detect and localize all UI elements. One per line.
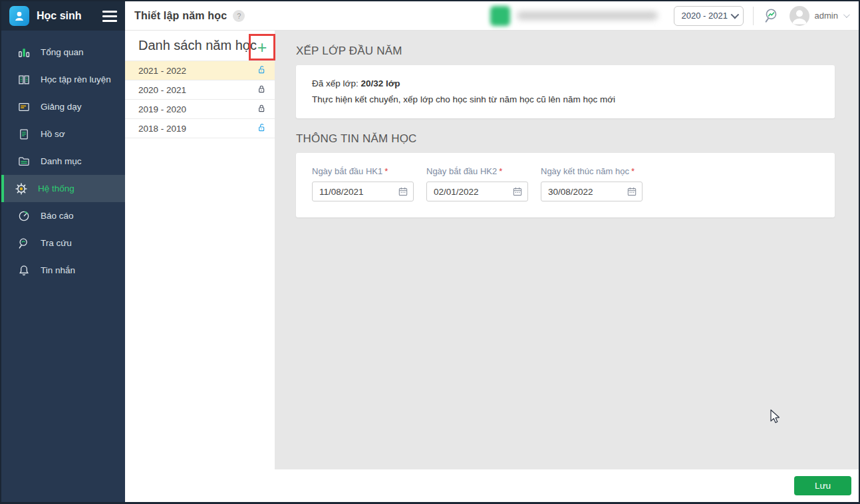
- field-label: Ngày bắt đầu HK2: [426, 166, 497, 176]
- save-button[interactable]: Lưu: [794, 476, 851, 495]
- lookup-stats-icon[interactable]: [763, 7, 780, 25]
- footer-bar: Lưu: [125, 469, 859, 502]
- calendar-icon[interactable]: [512, 186, 523, 197]
- sidebar-header: Học sinh: [1, 1, 125, 31]
- page-title: Thiết lập năm học: [134, 10, 227, 22]
- sidebar-item-label: Danh mục: [41, 156, 82, 166]
- lock-icon: [256, 103, 267, 116]
- hamburger-menu-icon[interactable]: [102, 11, 117, 22]
- top-header: Thiết lập năm học ? 2020 - 2021: [125, 1, 859, 31]
- main-content: XẾP LỚP ĐẦU NĂM Đã xếp lớp: 20/32 lớp Th…: [275, 31, 859, 469]
- app-window: Học sinh Tổng quan Học tập rèn luyện: [0, 0, 860, 504]
- chevron-down-icon: [730, 11, 739, 19]
- year-list-panel: Danh sách năm học 2021 - 2022 2020 - 202…: [125, 31, 275, 469]
- sidebar-item-label: Hệ thống: [38, 184, 74, 193]
- bar-chart-icon: [16, 46, 32, 59]
- folder-icon: [16, 155, 32, 168]
- lock-icon: [256, 84, 267, 96]
- sidebar-item-giang-day[interactable]: Giảng dạy: [1, 93, 125, 120]
- school-year-dropdown[interactable]: 2020 - 2021: [674, 6, 744, 26]
- sidebar-item-he-thong[interactable]: Hệ thống: [1, 175, 125, 202]
- sidebar-item-hoc-tap-ren-luyen[interactable]: Học tập rèn luyện: [1, 66, 125, 93]
- gear-icon: [13, 182, 29, 195]
- year-row-2020-2021[interactable]: 2020 - 2021: [125, 80, 275, 100]
- board-icon: [16, 100, 32, 114]
- sidebar-item-label: Tin nhắn: [41, 265, 75, 275]
- year-info-card: Ngày bắt đầu HK1* Ngày bắt đầu HK2*: [296, 153, 835, 217]
- calendar-icon[interactable]: [398, 186, 408, 197]
- year-list-title: Danh sách năm học: [138, 38, 257, 53]
- field-year-end: Ngày kết thúc năm học*: [541, 166, 643, 201]
- required-asterisk: *: [499, 166, 502, 176]
- sidebar: Học sinh Tổng quan Học tập rèn luyện: [1, 1, 125, 502]
- field-hk2-start: Ngày bắt đầu HK2*: [426, 166, 528, 201]
- field-label: Ngày kết thúc năm học: [541, 166, 629, 176]
- year-row-2021-2022[interactable]: 2021 - 2022: [125, 61, 275, 80]
- school-year-value: 2020 - 2021: [682, 11, 731, 21]
- app-title: Học sinh: [37, 10, 102, 22]
- calendar-icon[interactable]: [627, 186, 637, 197]
- file-icon: [16, 128, 32, 141]
- main-column: Thiết lập năm học ? 2020 - 2021: [125, 1, 859, 502]
- app-logo-icon: [9, 6, 29, 26]
- section-title-class-assignment: XẾP LỚP ĐẦU NĂM: [296, 45, 835, 58]
- year-row-2019-2020[interactable]: 2019 - 2020: [125, 100, 275, 119]
- sidebar-item-bao-cao[interactable]: Báo cáo: [1, 202, 125, 229]
- search-icon: [16, 237, 32, 250]
- add-year-annotation-box: +: [249, 34, 275, 61]
- book-icon: [16, 73, 32, 86]
- help-icon[interactable]: ?: [233, 10, 245, 22]
- field-hk1-start: Ngày bắt đầu HK1*: [312, 166, 414, 201]
- sidebar-item-tra-cuu[interactable]: Tra cứu: [1, 229, 125, 257]
- section-title-year-info: THÔNG TIN NĂM HỌC: [296, 132, 835, 146]
- school-logo-blurred: [490, 6, 510, 26]
- bell-icon: [16, 264, 32, 277]
- sidebar-item-label: Báo cáo: [41, 211, 74, 221]
- sidebar-item-tin-nhan[interactable]: Tin nhắn: [1, 257, 125, 284]
- school-name-blurred: [517, 11, 658, 20]
- sidebar-item-ho-so[interactable]: Hồ sơ: [1, 120, 125, 148]
- pie-chart-icon: [16, 209, 32, 223]
- assigned-classes-line: Đã xếp lớp: 20/32 lớp: [312, 76, 819, 92]
- sidebar-item-tong-quan[interactable]: Tổng quan: [1, 39, 125, 66]
- field-label: Ngày bắt đầu HK1: [312, 166, 382, 176]
- assignment-description: Thực hiện kết chuyển, xếp lớp cho học si…: [312, 92, 819, 108]
- sidebar-item-label: Tra cứu: [41, 238, 72, 248]
- unlock-icon: [256, 122, 267, 135]
- required-asterisk: *: [631, 166, 635, 176]
- required-asterisk: *: [384, 166, 388, 176]
- sidebar-item-label: Tổng quan: [41, 47, 84, 57]
- user-menu[interactable]: admin: [789, 6, 848, 26]
- class-assignment-card: Đã xếp lớp: 20/32 lớp Thực hiện kết chuy…: [296, 65, 835, 118]
- sidebar-item-label: Học tập rèn luyện: [41, 74, 111, 84]
- unlock-icon: [256, 64, 267, 77]
- sidebar-item-danh-muc[interactable]: Danh mục: [1, 148, 125, 175]
- chevron-down-icon: [843, 11, 850, 18]
- sidebar-nav: Tổng quan Học tập rèn luyện Giảng dạy Hồ…: [1, 31, 125, 284]
- sidebar-item-label: Giảng dạy: [41, 102, 82, 112]
- add-year-button[interactable]: +: [257, 40, 267, 55]
- header-divider: [753, 7, 754, 25]
- year-row-2018-2019[interactable]: 2018 - 2019: [125, 119, 275, 138]
- avatar: [789, 6, 809, 26]
- assigned-classes-value: 20/32 lớp: [360, 78, 400, 88]
- username: admin: [815, 11, 838, 21]
- sidebar-item-label: Hồ sơ: [41, 129, 65, 139]
- school-identity-blurred: [490, 6, 658, 26]
